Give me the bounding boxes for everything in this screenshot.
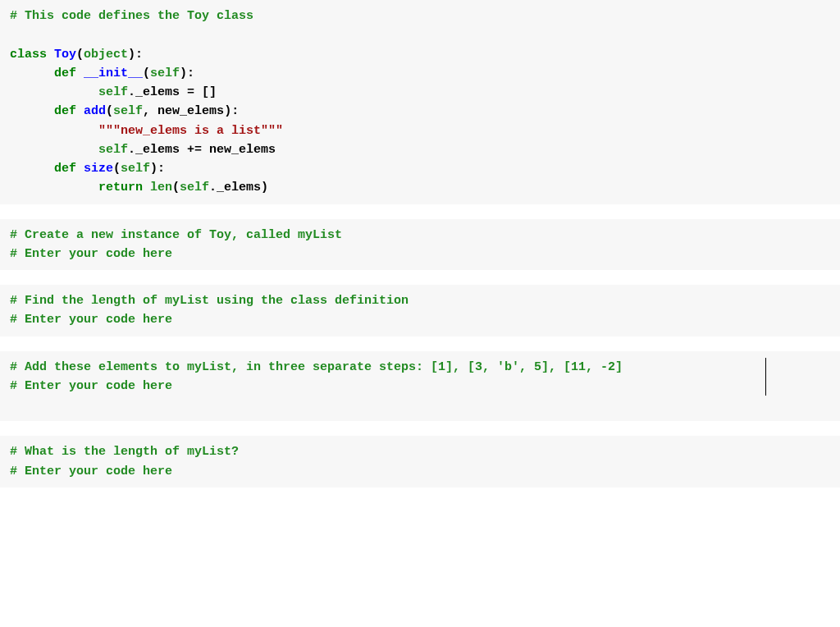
punct: ( — [172, 181, 180, 195]
comment-line: # Add these elements to myList, in three… — [10, 360, 623, 374]
punct: ( — [113, 162, 121, 176]
self-ref: self — [98, 143, 128, 157]
code-cell-1[interactable]: # This code defines the Toy class class … — [0, 0, 840, 204]
indent — [10, 104, 54, 118]
cell-separator — [0, 336, 840, 351]
keyword-def: def — [54, 104, 76, 118]
comment-line: # Enter your code here — [10, 313, 172, 327]
code-cell-4[interactable]: # Add these elements to myList, in three… — [0, 351, 840, 422]
code-cell-2[interactable]: # Create a new instance of Toy, called m… — [0, 219, 840, 271]
comment-line: # What is the length of myList? — [10, 445, 239, 459]
param-self: self — [121, 162, 150, 176]
comment-line: # Enter your code here — [10, 247, 172, 261]
text-cursor — [765, 358, 766, 396]
punct: ): — [224, 104, 239, 118]
punct: ( — [143, 66, 150, 80]
comment-line: # This code defines the Toy class — [10, 9, 253, 23]
class-name: Toy — [54, 48, 76, 62]
comment-line: # Find the length of myList using the cl… — [10, 294, 409, 308]
keyword-return: return — [98, 181, 143, 195]
docstring: """new_elems is a list""" — [98, 124, 283, 138]
indent — [10, 66, 54, 80]
code-text: ._elems += new_elems — [128, 143, 276, 157]
punct: ): — [180, 66, 194, 80]
space — [143, 181, 150, 195]
method-name-init: __init__ — [84, 66, 143, 80]
indent — [10, 181, 98, 195]
comment-line: # Enter your code here — [10, 465, 172, 478]
comment-line: # Enter your code here — [10, 379, 172, 393]
code-cell-5[interactable]: # What is the length of myList? # Enter … — [0, 436, 840, 487]
keyword-def: def — [54, 66, 76, 80]
param-new-elems: new_elems — [158, 104, 224, 118]
punct: ): — [128, 48, 143, 62]
indent — [10, 162, 54, 176]
code-cell-3[interactable]: # Find the length of myList using the cl… — [0, 285, 840, 336]
punct: , — [143, 104, 158, 118]
code-text: ._elems) — [209, 181, 268, 195]
comment-line: # Create a new instance of Toy, called m… — [10, 228, 342, 242]
cell-separator — [0, 421, 840, 436]
indent — [10, 124, 98, 138]
keyword-class: class — [10, 48, 47, 62]
punct: ( — [76, 48, 84, 62]
indent — [10, 143, 98, 157]
method-name-size: size — [84, 162, 113, 176]
cell-separator — [0, 270, 840, 285]
param-self: self — [150, 66, 180, 80]
self-ref: self — [180, 181, 209, 195]
punct: ( — [106, 104, 113, 118]
indent — [10, 85, 98, 99]
builtin-object: object — [84, 48, 128, 62]
self-ref: self — [98, 85, 128, 99]
cell-separator — [0, 204, 840, 219]
punct: ): — [150, 162, 165, 176]
keyword-def: def — [54, 162, 76, 176]
code-text: ._elems = [] — [128, 85, 217, 99]
method-name-add: add — [84, 104, 106, 118]
builtin-len: len — [150, 181, 172, 195]
param-self: self — [113, 104, 143, 118]
